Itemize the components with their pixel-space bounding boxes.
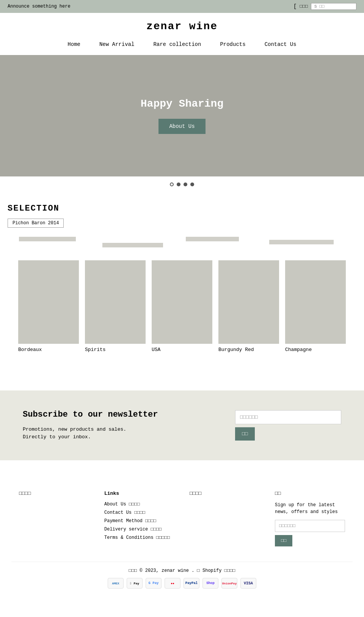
footer-col-links: Links About Us □□□□ Contact Us □□□□ Paym… (97, 491, 182, 546)
footer-link-terms[interactable]: Terms & Conditions □□□□□ (104, 535, 174, 540)
payment-visa: VISA (240, 578, 256, 589)
footer-col3-title: □□□□ (190, 491, 260, 496)
selection-section: SELECTION Pichon Baron 2014 Bordeaux Spi… (0, 192, 364, 368)
footer-link-about[interactable]: About Us □□□□ (104, 502, 174, 507)
hero-slider: Happy Sharing About Us (0, 55, 364, 176)
nav-home[interactable]: Home (67, 41, 80, 47)
product-label-3 (186, 237, 239, 241)
slider-dot-4[interactable] (190, 183, 194, 186)
slider-dot-3[interactable] (184, 183, 187, 186)
category-usa[interactable]: USA (149, 260, 215, 353)
product-col-2 (99, 235, 182, 249)
category-burgundy-label: Burgundy Red (218, 347, 279, 353)
announcement-search-input[interactable] (311, 3, 356, 10)
product-label-4 (269, 240, 334, 244)
category-spirits-img (85, 260, 146, 344)
announcement-icon: [ (293, 3, 297, 9)
category-burgundy-img (218, 260, 279, 344)
slider-dots (0, 176, 364, 192)
hero-cta-button[interactable]: About Us (158, 119, 205, 134)
payment-apple:  Pay (127, 578, 143, 589)
product-label-1 (19, 237, 76, 241)
footer-col-3: □□□□ (182, 491, 267, 546)
payment-paypal: PayPal (184, 578, 199, 589)
footer-col2-title: Links (104, 491, 174, 496)
announcement-bar: Announce something here [ □□□ (0, 0, 364, 13)
product-col-4 (265, 235, 349, 249)
main-nav: Home New Arrival Rare collection Product… (0, 36, 364, 55)
payment-mastercard: ●● (165, 578, 180, 589)
category-usa-img (152, 260, 212, 344)
slider-dot-1[interactable] (170, 183, 174, 186)
footer: □□□□ Links About Us □□□□ Contact Us □□□□… (0, 472, 364, 596)
footer-col-brand: □□□□ (11, 491, 97, 546)
selection-tag[interactable]: Pichon Baron 2014 (8, 219, 64, 228)
site-title: zenar wine (0, 20, 364, 32)
site-header: zenar wine (0, 13, 364, 36)
newsletter-desc: Promotions, new products and sales. Dire… (23, 426, 158, 442)
footer-bottom: □□□ © 2023, zenar wine . □ Shopify □□□□ … (11, 562, 353, 589)
announcement-icon-text: □□□ (300, 4, 308, 9)
newsletter-left: Subscribe to our newsletter Promotions, … (23, 409, 158, 441)
payment-google: G Pay (146, 578, 162, 589)
newsletter-email-input[interactable] (235, 410, 341, 424)
newsletter-title: Subscribe to our newsletter (23, 409, 158, 420)
newsletter-section: Subscribe to our newsletter Promotions, … (0, 390, 364, 460)
products-grid (8, 235, 356, 249)
footer-col4-title: □□ (275, 491, 345, 496)
footer-grid: □□□□ Links About Us □□□□ Contact Us □□□□… (11, 491, 353, 546)
announcement-text: Announce something here (8, 4, 71, 9)
footer-col1-title: □□□□ (19, 491, 89, 496)
newsletter-desc-line1: Promotions, new products and sales. (23, 427, 126, 432)
product-label-2 (102, 243, 163, 247)
category-champagne-img (285, 260, 346, 344)
selection-title: SELECTION (8, 204, 356, 213)
category-bordeaux[interactable]: Bordeaux (15, 260, 82, 353)
announcement-right: [ □□□ (293, 3, 356, 10)
newsletter-desc-line2: Directly to your inbox. (23, 434, 91, 440)
footer-col4-desc: Sign up for the latest news, offers and … (275, 502, 345, 515)
footer-subscribe-button[interactable]: □□ (275, 535, 292, 546)
newsletter-right: □□ (235, 410, 341, 441)
footer-link-payment[interactable]: Payment Method □□□□ (104, 518, 174, 524)
newsletter-subscribe-button[interactable]: □□ (235, 427, 255, 441)
nav-new-arrival[interactable]: New Arrival (99, 41, 134, 47)
category-usa-label: USA (152, 347, 212, 353)
footer-col-newsletter: □□ Sign up for the latest news, offers a… (267, 491, 353, 546)
category-burgundy[interactable]: Burgundy Red (215, 260, 282, 353)
footer-copyright: □□□ © 2023, zenar wine . □ Shopify □□□□ (11, 568, 353, 573)
footer-email-input[interactable] (275, 520, 345, 532)
category-spirits-label: Spirits (85, 347, 146, 353)
footer-link-delivery[interactable]: Delivery service □□□□ (104, 527, 174, 532)
nav-rare-collection[interactable]: Rare collection (153, 41, 201, 47)
payment-unionpay: UnionPay (221, 578, 237, 589)
nav-products[interactable]: Products (220, 41, 245, 47)
category-champagne-label: Champagne (285, 347, 346, 353)
footer-link-contact[interactable]: Contact Us □□□□ (104, 510, 174, 515)
product-col-1 (15, 235, 99, 249)
slider-dot-2[interactable] (177, 183, 180, 186)
payment-amex: AMEX (108, 578, 124, 589)
category-spirits[interactable]: Spirits (82, 260, 149, 353)
categories-row: Bordeaux Spirits USA Burgundy Red Champa… (8, 253, 356, 360)
category-champagne[interactable]: Champagne (282, 260, 349, 353)
category-bordeaux-label: Bordeaux (18, 347, 79, 353)
payment-icons: AMEX  Pay G Pay ●● PayPal Shop UnionPay… (11, 578, 353, 589)
hero-title: Happy Sharing (141, 98, 223, 110)
payment-shop: Shop (202, 578, 218, 589)
category-bordeaux-img (18, 260, 79, 344)
nav-contact[interactable]: Contact Us (265, 41, 297, 47)
product-col-3 (182, 235, 265, 249)
